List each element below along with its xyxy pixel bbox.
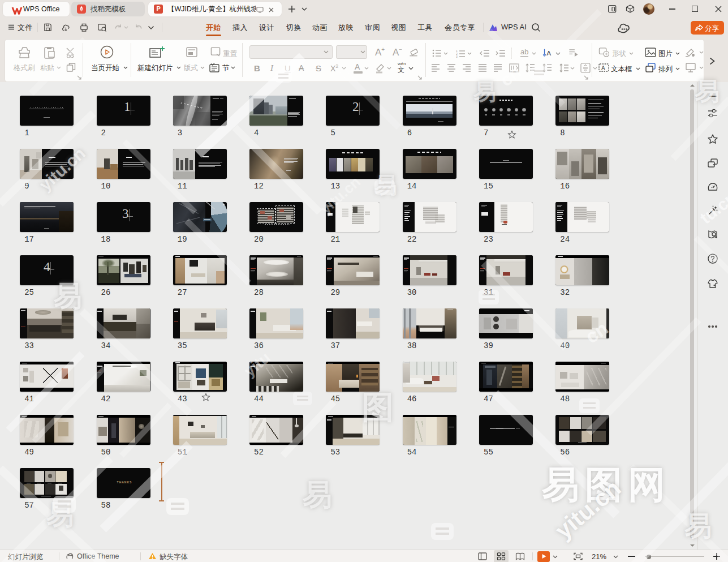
svg-text:3: 3 — [456, 55, 458, 58]
svg-text:A: A — [601, 65, 605, 71]
svg-text:A: A — [546, 49, 551, 57]
